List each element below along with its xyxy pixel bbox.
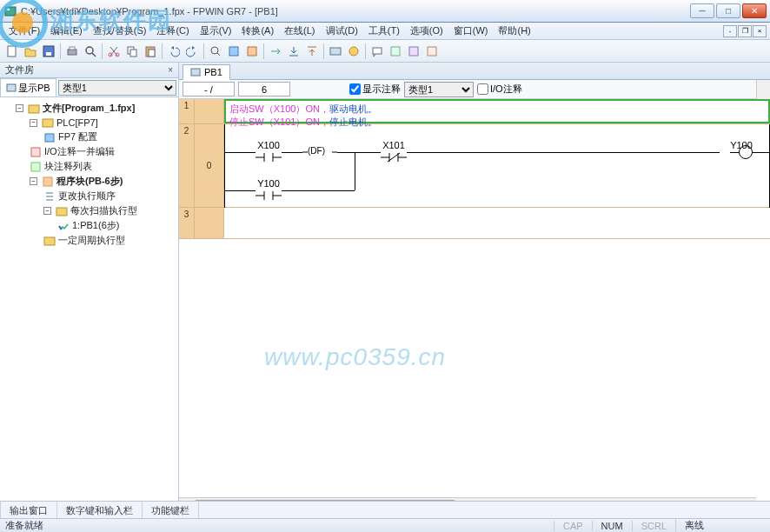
- window-title: C:¥Users¥tdi¥Desktop¥Program_1.fpx - FPW…: [21, 6, 690, 17]
- svg-rect-0: [5, 7, 16, 16]
- svg-line-8: [92, 53, 96, 57]
- svg-rect-27: [43, 119, 53, 127]
- contact-x100[interactable]: X100: [256, 140, 282, 163]
- find-button[interactable]: [207, 43, 224, 60]
- rung-empty[interactable]: [224, 208, 770, 239]
- mdi-minimize-button[interactable]: -: [723, 25, 737, 37]
- svg-rect-31: [43, 177, 52, 186]
- tab-numeric[interactable]: 数字键和输入栏: [57, 502, 143, 518]
- sidebar-title-text: 文件房: [5, 63, 34, 76]
- contact-y100[interactable]: Y100: [256, 178, 282, 202]
- extra2-button[interactable]: [405, 43, 422, 60]
- type-select[interactable]: 类型1: [404, 82, 474, 97]
- io-comment-checkbox[interactable]: I/O注释: [477, 83, 522, 96]
- preview-button[interactable]: [82, 43, 99, 60]
- project-tree[interactable]: − 文件[Program_1.fpx] − PLC[FP7] FP7 配置: [0, 97, 178, 511]
- toolbar: [0, 40, 770, 63]
- menu-file[interactable]: 文件(F): [3, 23, 45, 39]
- sidebar-type-select[interactable]: 类型1: [58, 80, 176, 96]
- tree-change-order[interactable]: 更改执行顺序: [43, 189, 176, 203]
- cut-button[interactable]: [105, 43, 123, 60]
- svg-rect-29: [31, 148, 40, 156]
- menu-debug[interactable]: 调试(D): [321, 23, 363, 39]
- position-display-1: - /: [183, 82, 235, 96]
- monitor-button[interactable]: [327, 43, 344, 60]
- paste-button[interactable]: [142, 43, 159, 60]
- open-button[interactable]: [22, 43, 39, 60]
- menu-options[interactable]: 选项(O): [405, 23, 448, 39]
- contact-x101-nc[interactable]: X101: [381, 140, 407, 163]
- editor-area: PB1 - / 6 显示注释 类型1 I/O注释 1: [179, 63, 770, 511]
- menu-help[interactable]: 帮助(H): [493, 23, 535, 39]
- menu-window[interactable]: 窗口(W): [448, 23, 494, 39]
- tab-pb1[interactable]: PB1: [183, 64, 230, 80]
- menu-online[interactable]: 在线(L): [279, 23, 320, 39]
- rung-logic[interactable]: X100 (DF) Y100: [224, 124, 770, 208]
- extra3-button[interactable]: [423, 43, 441, 60]
- status-button[interactable]: [345, 43, 362, 60]
- svg-rect-1: [7, 9, 10, 10]
- sidebar-title: 文件房 ×: [0, 63, 178, 78]
- status-cap: CAP: [554, 521, 592, 531]
- upload-button[interactable]: [303, 43, 321, 60]
- tree-block-comment[interactable]: 块注释列表: [30, 159, 176, 174]
- maximize-button[interactable]: □: [716, 3, 740, 18]
- tree-every-scan[interactable]: − 每次扫描执行型: [43, 203, 176, 218]
- tree-fixed-cycle[interactable]: 一定周期执行型: [43, 233, 176, 248]
- minimize-button[interactable]: ─: [690, 3, 714, 18]
- rung-addr: [195, 99, 224, 123]
- menu-bar: 文件(F) 编辑(E) 查找/替换(S) 注释(C) 显示(V) 转换(A) 在…: [0, 23, 770, 40]
- bottom-panel-tabs: 输出窗口 数字键和输入栏 功能键栏: [0, 501, 770, 518]
- tree-pb1[interactable]: 1:PB1(6步): [57, 218, 176, 233]
- ladder-editor[interactable]: 1 启动SW（X100）ON，驱动电机。 停止SW（X101）ON，停止电机。 …: [179, 99, 770, 511]
- tab-output[interactable]: 输出窗口: [0, 502, 57, 518]
- tree-program-block[interactable]: − 程序块(PB-6步): [30, 174, 176, 189]
- tree-root[interactable]: − 文件[Program_1.fpx]: [16, 101, 176, 116]
- tree-fp7-config[interactable]: FP7 配置: [43, 130, 176, 144]
- comment-button[interactable]: [368, 43, 386, 60]
- svg-rect-34: [191, 69, 200, 76]
- rung-addr: [195, 208, 224, 238]
- menu-search[interactable]: 查找/替换(S): [88, 23, 152, 39]
- sidebar-close-icon[interactable]: ×: [168, 65, 173, 75]
- tool-a-button[interactable]: [225, 43, 242, 60]
- convert-button[interactable]: [267, 43, 284, 60]
- svg-rect-6: [70, 47, 75, 50]
- svg-rect-26: [29, 105, 39, 113]
- rung-comment[interactable]: 启动SW（X100）ON，驱动电机。 停止SW（X101）ON，停止电机。: [224, 99, 770, 123]
- menu-tools[interactable]: 工具(T): [363, 23, 405, 39]
- svg-point-15: [211, 47, 218, 54]
- redo-button[interactable]: [183, 43, 201, 60]
- menu-convert[interactable]: 转换(A): [236, 23, 279, 39]
- project-sidebar: 文件房 × 显示PB 类型1 − 文件[Program_1.fpx] − PLC…: [0, 63, 179, 511]
- copy-button[interactable]: [123, 43, 141, 60]
- download-button[interactable]: [285, 43, 302, 60]
- position-display-2: 6: [238, 82, 290, 96]
- tree-io-comment[interactable]: I/O注释一并编辑: [30, 144, 176, 159]
- menu-edit[interactable]: 编辑(E): [45, 23, 88, 39]
- svg-rect-28: [45, 134, 54, 142]
- svg-rect-18: [248, 47, 256, 56]
- undo-button[interactable]: [165, 43, 183, 60]
- df-function[interactable]: (DF): [302, 146, 337, 158]
- menu-view[interactable]: 显示(V): [195, 23, 237, 39]
- sidebar-tab-showpb[interactable]: 显示PB: [0, 78, 56, 96]
- svg-line-16: [217, 53, 220, 56]
- tree-plc[interactable]: − PLC[FP7]: [30, 116, 176, 130]
- print-button[interactable]: [63, 43, 81, 60]
- close-button[interactable]: ✕: [742, 3, 767, 18]
- mdi-restore-button[interactable]: ❐: [738, 25, 752, 37]
- status-scrl: SCRL: [632, 521, 675, 531]
- extra1-button[interactable]: [387, 43, 404, 60]
- tool-b-button[interactable]: [243, 43, 261, 60]
- new-button[interactable]: [3, 43, 21, 60]
- menu-comment[interactable]: 注释(C): [151, 23, 194, 39]
- display-comment-checkbox[interactable]: 显示注释: [349, 83, 401, 96]
- mdi-close-button[interactable]: ×: [753, 25, 767, 37]
- title-bar: C:¥Users¥tdi¥Desktop¥Program_1.fpx - FPW…: [0, 0, 770, 23]
- tab-function[interactable]: 功能键栏: [143, 502, 199, 518]
- svg-rect-32: [56, 208, 67, 216]
- document-tabs: PB1: [179, 63, 770, 80]
- svg-rect-23: [409, 47, 418, 56]
- save-button[interactable]: [40, 43, 57, 60]
